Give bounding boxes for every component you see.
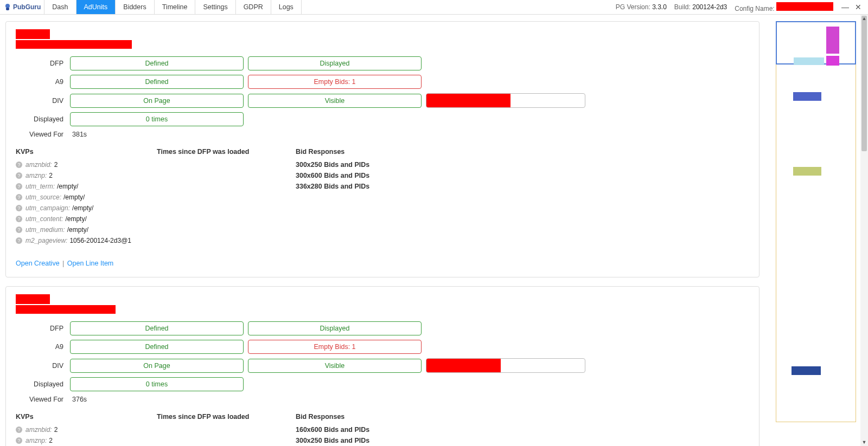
section-bid-responses: Bid Responses300x250 Bids and PIDs300x60… xyxy=(296,148,369,248)
kvp-item: ?amznbid:2 xyxy=(16,426,157,434)
adunit-path-redacted xyxy=(16,40,132,49)
detail-sections: KVPs?amznbid:2?amznp:2?utm_term:/empty/?… xyxy=(16,148,749,248)
window-controls: — ✕ xyxy=(841,3,863,11)
help-icon[interactable]: ? xyxy=(16,205,22,211)
layout-map-viewport xyxy=(776,21,856,64)
tab-timeline[interactable]: Timeline xyxy=(155,0,196,14)
help-icon[interactable]: ? xyxy=(16,426,22,433)
row-viewed-for: Viewed For381s xyxy=(16,131,749,138)
status-pill: Displayed xyxy=(248,56,422,70)
row-div: DIVOn PageVisible xyxy=(16,358,749,373)
kvp-item: ?amznbid:2 xyxy=(16,161,157,169)
row-displayed: Displayed0 times xyxy=(16,377,749,391)
layout-slot[interactable] xyxy=(794,57,824,65)
kvp-key: m2_pageview: xyxy=(25,237,67,244)
tab-dash[interactable]: Dash xyxy=(44,0,76,14)
help-icon[interactable]: ? xyxy=(16,172,22,179)
kvp-key: utm_content: xyxy=(25,215,63,223)
svg-point-0 xyxy=(5,4,10,8)
kvp-value: /empty/ xyxy=(57,183,78,190)
help-icon[interactable]: ? xyxy=(16,216,22,222)
help-icon[interactable]: ? xyxy=(16,161,22,168)
config-name-redacted xyxy=(776,2,833,11)
kvp-value: 2 xyxy=(49,437,53,444)
status-pill: Defined xyxy=(70,75,244,89)
card-links: Open Creative | Open Line Item xyxy=(16,260,749,267)
bid-response-item[interactable]: 300x600 Bids and PIDs xyxy=(296,172,369,179)
section-title: Bid Responses xyxy=(296,148,369,156)
pg-version: PG Version: 3.3.0 xyxy=(616,3,667,11)
open-creative-link[interactable]: Open Creative xyxy=(16,260,60,267)
row-label: Viewed For xyxy=(16,131,70,138)
adunit-card: DFPDefinedDisplayedA9DefinedEmpty Bids: … xyxy=(5,21,760,277)
build: Build: 200124-2d3 xyxy=(674,3,727,11)
status-pill: On Page xyxy=(70,94,244,108)
row-label: DIV xyxy=(16,362,70,370)
viewability-bar xyxy=(426,358,585,373)
status-pill: Defined xyxy=(70,340,244,354)
header-right: PG Version: 3.3.0 Build: 200124-2d3 Conf… xyxy=(616,2,868,12)
logo-icon xyxy=(3,3,12,11)
bid-response-item[interactable]: 336x280 Bids and PIDs xyxy=(296,183,369,190)
status-pill: Defined xyxy=(70,321,244,335)
row-label: DFP xyxy=(16,60,70,67)
kvp-item: ?utm_campaign:/empty/ xyxy=(16,204,157,212)
kvp-value: 1056-200124-2d3@1 xyxy=(69,237,131,244)
section-kvps: KVPs?amznbid:2?amznp:2?utm_term:/empty/?… xyxy=(16,148,157,248)
row-dfp: DFPDefinedDisplayed xyxy=(16,56,749,70)
kvp-value: /empty/ xyxy=(67,226,88,234)
scroll-down-icon[interactable]: ▼ xyxy=(860,438,868,446)
row-label: DFP xyxy=(16,325,70,332)
layout-slot[interactable] xyxy=(792,366,821,375)
bid-response-item[interactable]: 300x250 Bids and PIDs xyxy=(296,437,369,444)
kvp-key: amznp: xyxy=(25,437,47,444)
tab-gdpr[interactable]: GDPR xyxy=(236,0,271,14)
help-icon[interactable]: ? xyxy=(16,227,22,233)
help-icon[interactable]: ? xyxy=(16,437,22,444)
help-icon[interactable]: ? xyxy=(16,183,22,190)
minimize-button[interactable]: — xyxy=(841,3,850,11)
status-pill: Displayed xyxy=(248,321,422,335)
layout-slot[interactable] xyxy=(826,27,839,54)
layout-slot[interactable] xyxy=(793,92,821,101)
status-pill: 0 times xyxy=(70,377,244,391)
close-button[interactable]: ✕ xyxy=(854,3,863,11)
kvp-value: 2 xyxy=(54,426,58,434)
status-pill: 0 times xyxy=(70,112,244,126)
bid-response-item[interactable]: 300x250 Bids and PIDs xyxy=(296,161,369,169)
scroll-thumb[interactable] xyxy=(861,16,867,151)
kvp-value: /empty/ xyxy=(72,204,93,212)
status-pill: Visible xyxy=(248,359,422,373)
kvp-key: utm_medium: xyxy=(25,226,65,234)
layout-slot[interactable] xyxy=(793,167,821,176)
layout-slot[interactable] xyxy=(826,56,839,66)
content: DFPDefinedDisplayedA9DefinedEmpty Bids: … xyxy=(0,15,868,446)
tab-adunits[interactable]: AdUnits xyxy=(76,0,116,14)
open-line-item-link[interactable]: Open Line Item xyxy=(67,260,113,267)
kvp-item: ?amznp:2 xyxy=(16,437,157,444)
detail-sections: KVPs?amznbid:2?amznp:2Times since DFP wa… xyxy=(16,413,749,446)
row-label: A9 xyxy=(16,78,70,86)
kvp-item: ?utm_content:/empty/ xyxy=(16,215,157,223)
help-icon[interactable]: ? xyxy=(16,237,22,244)
tab-settings[interactable]: Settings xyxy=(195,0,235,14)
section-title: Times since DFP was loaded xyxy=(157,148,296,156)
help-icon[interactable]: ? xyxy=(16,194,22,201)
kvp-item: ?utm_source:/empty/ xyxy=(16,193,157,201)
scroll-up-icon[interactable]: ▲ xyxy=(860,15,868,22)
tab-logs[interactable]: Logs xyxy=(271,0,302,14)
kvp-key: amznbid: xyxy=(25,426,52,434)
tab-bidders[interactable]: Bidders xyxy=(116,0,154,14)
row-label: DIV xyxy=(16,97,70,105)
layout-preview-panel xyxy=(770,21,861,446)
vertical-scrollbar[interactable]: ▲ ▼ xyxy=(860,15,868,446)
kvp-value: /empty/ xyxy=(63,193,85,201)
bid-response-item[interactable]: 160x600 Bids and PIDs xyxy=(296,426,369,434)
status-pill: Empty Bids: 1 xyxy=(248,340,422,354)
layout-map xyxy=(776,21,856,422)
row-viewed-for: Viewed For376s xyxy=(16,396,749,403)
section-times: Times since DFP was loaded xyxy=(157,413,296,446)
section-title: KVPs xyxy=(16,148,157,156)
status-pill: Visible xyxy=(248,94,422,108)
kvp-item: ?utm_term:/empty/ xyxy=(16,183,157,190)
